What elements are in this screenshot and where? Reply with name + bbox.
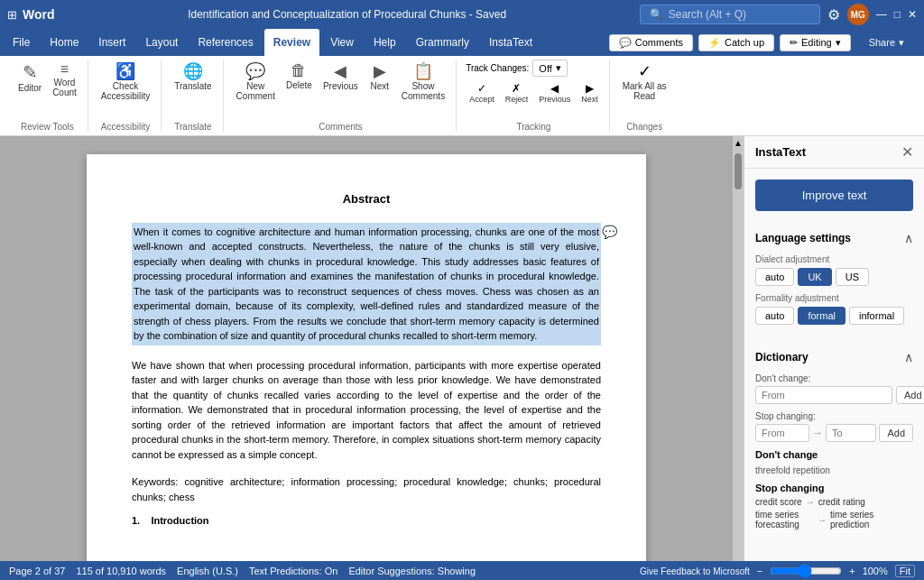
stop-changing-entries: Stop changing credit score → credit rati… <box>755 483 913 529</box>
delete-icon: 🗑 <box>291 61 307 80</box>
title-bar-right: 🔍 ⚙ MG — □ ✕ <box>640 4 917 25</box>
previous-change-button[interactable]: ◀ Previous <box>535 80 574 106</box>
abstract-title: Abstract <box>132 190 601 208</box>
editor-suggestions-status[interactable]: Editor Suggestions: Showing <box>348 566 476 576</box>
new-comment-icon: 💬 <box>245 61 265 81</box>
chevron-down-icon: ▾ <box>556 62 561 74</box>
user-avatar[interactable]: MG <box>847 4 869 25</box>
zoom-slider[interactable] <box>770 564 842 578</box>
word-count-button[interactable]: ≡ Word Count <box>49 60 80 99</box>
document-area[interactable]: Abstract When it comes to cognitive arch… <box>0 136 733 561</box>
next-change-button[interactable]: ▶ Next <box>578 80 602 106</box>
tab-review[interactable]: Review <box>264 29 319 56</box>
tab-references[interactable]: References <box>189 29 262 56</box>
catch-up-button[interactable]: ⚡ Catch up <box>698 34 774 51</box>
editor-icon: ✎ <box>23 61 38 83</box>
formality-btn-group: auto formal informal <box>755 307 913 325</box>
scroll-thumb[interactable] <box>735 153 742 189</box>
maximize-icon[interactable]: □ <box>894 8 901 21</box>
word-count-status[interactable]: 115 of 10,910 words <box>76 566 166 576</box>
share-button[interactable]: Share ▾ <box>856 35 917 51</box>
document-page: Abstract When it comes to cognitive arch… <box>87 154 646 561</box>
text-predictions-status[interactable]: Text Predictions: On <box>249 566 337 576</box>
show-comments-icon: 📋 <box>413 61 433 81</box>
show-comments-button[interactable]: 📋 Show Comments <box>398 60 448 103</box>
dialect-btn-group: auto UK US <box>755 268 913 286</box>
wordcount-icon: ≡ <box>60 61 69 78</box>
tab-view[interactable]: View <box>321 29 363 56</box>
title-bar-center: Identification and Conceptualization of … <box>55 8 640 21</box>
close-icon[interactable]: ✕ <box>908 8 917 21</box>
stop-changing-from-input[interactable] <box>755 424 809 442</box>
editing-button[interactable]: ✏ Editing ▾ <box>780 34 851 51</box>
tab-layout[interactable]: Layout <box>136 29 187 56</box>
search-box[interactable]: 🔍 <box>640 5 820 24</box>
zoom-in-icon[interactable]: + <box>849 566 855 576</box>
tab-insert[interactable]: Insert <box>89 29 134 56</box>
dialect-auto-button[interactable]: auto <box>755 268 794 286</box>
stop-changing-add-button[interactable]: Add <box>879 424 913 442</box>
search-input[interactable] <box>669 8 804 21</box>
new-comment-button[interactable]: 💬 New Comment <box>233 60 279 103</box>
dont-change-add-button[interactable]: Add <box>896 386 924 404</box>
settings-icon[interactable]: ⚙ <box>827 6 840 23</box>
paragraph-2: We have shown that when processing proce… <box>132 358 601 463</box>
tab-grammarly[interactable]: Grammarly <box>407 29 478 56</box>
comments-button[interactable]: 💬 Comments <box>609 34 693 51</box>
language-status[interactable]: English (U.S.) <box>177 566 238 576</box>
language-settings-collapse[interactable]: ∧ <box>904 231 913 245</box>
tab-home[interactable]: Home <box>41 29 88 56</box>
dialect-row: Dialect adjustment auto UK US <box>755 254 913 286</box>
dont-change-row: Don't change: Add <box>755 373 913 404</box>
zoom-out-icon[interactable]: − <box>757 566 762 576</box>
editing-icon: ✏ <box>790 37 798 49</box>
tab-instatext[interactable]: InstaText <box>480 29 541 56</box>
prev-change-icon: ◀ <box>550 82 559 95</box>
group-review-tools: ✎ Editor ≡ Word Count Review Tools <box>7 60 88 132</box>
feedback-text[interactable]: Give Feedback to Microsoft <box>640 566 750 576</box>
group-changes: ✓ Mark All as Read Changes <box>612 60 678 132</box>
dictionary-collapse[interactable]: ∧ <box>904 350 913 364</box>
section-1-heading: 1. Introduction <box>132 513 601 529</box>
language-settings-section: Language settings ∧ Dialect adjustment a… <box>744 222 924 341</box>
panel-title: InstaText <box>755 145 806 159</box>
page-indicator[interactable]: Page 2 of 37 <box>9 566 65 576</box>
mark-all-icon: ✓ <box>638 61 651 81</box>
main-area: Abstract When it comes to cognitive arch… <box>0 136 924 561</box>
panel-close-button[interactable]: ✕ <box>901 143 913 161</box>
language-settings-title: Language settings <box>755 232 851 244</box>
translate-button[interactable]: 🌐 Translate <box>171 60 215 93</box>
accept-icon: ✓ <box>477 82 486 95</box>
arrow-icon: → <box>812 427 823 439</box>
track-changes-dropdown[interactable]: Off ▾ <box>532 60 567 77</box>
reject-button[interactable]: ✗ Reject <box>502 80 532 106</box>
editor-button[interactable]: ✎ Editor <box>14 60 45 95</box>
stop-changing-entry-1: time series forecasting → time series pr… <box>755 510 913 529</box>
next-comment-button[interactable]: ▶ Next <box>365 60 394 93</box>
dialect-uk-button[interactable]: UK <box>798 268 831 286</box>
dont-change-input[interactable] <box>755 386 892 404</box>
catchup-icon: ⚡ <box>708 37 721 49</box>
improve-text-button[interactable]: Improve text <box>755 180 913 211</box>
accept-button[interactable]: ✓ Accept <box>466 80 498 106</box>
formality-formal-button[interactable]: formal <box>798 307 845 325</box>
minimize-icon[interactable]: — <box>876 8 887 21</box>
group-accessibility: ♿ Check Accessibility Accessibility <box>90 60 162 132</box>
scroll-bar[interactable]: ▲ <box>733 136 744 561</box>
formality-informal-button[interactable]: informal <box>849 307 904 325</box>
scroll-up-button[interactable]: ▲ <box>734 138 743 148</box>
stop-changing-to-input[interactable] <box>826 424 876 442</box>
check-accessibility-button[interactable]: ♿ Check Accessibility <box>97 60 153 103</box>
stop-changing-entry-0: credit score → credit rating <box>755 497 913 507</box>
grid-icon: ⊞ <box>7 8 17 22</box>
tab-file[interactable]: File <box>4 29 39 56</box>
next-change-icon: ▶ <box>586 82 594 95</box>
dialect-us-button[interactable]: US <box>836 268 869 286</box>
mark-all-read-button[interactable]: ✓ Mark All as Read <box>619 60 670 103</box>
formality-auto-button[interactable]: auto <box>755 307 794 325</box>
title-bar: ⊞ Word Identification and Conceptualizat… <box>0 0 924 29</box>
fit-button[interactable]: Fit <box>895 565 915 577</box>
tab-help[interactable]: Help <box>365 29 405 56</box>
delete-button[interactable]: 🗑 Delete <box>282 60 316 92</box>
previous-comment-button[interactable]: ◀ Previous <box>319 60 362 93</box>
